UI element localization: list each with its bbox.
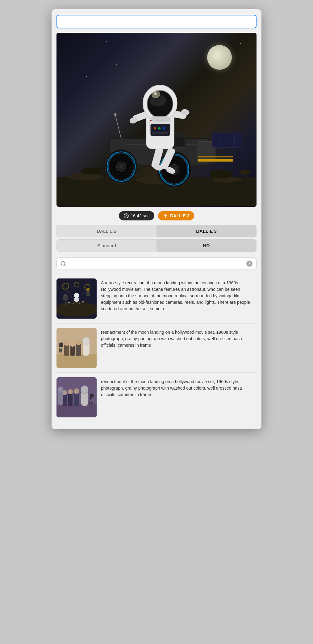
history-item[interactable]: A retro-style recreation of a moon landi… [56, 274, 257, 323]
history-item[interactable]: reenactment of the moon landing on a hol… [56, 324, 257, 373]
svg-point-5 [62, 181, 80, 184]
history-search-container: movie set × [56, 257, 257, 270]
model-toggle-group: DALL·E 2 DALL·E 3 [56, 225, 257, 237]
search-icon [61, 261, 66, 266]
svg-rect-16 [198, 159, 233, 162]
svg-rect-17 [198, 156, 233, 157]
svg-rect-50 [152, 132, 168, 134]
svg-rect-97 [56, 328, 97, 368]
svg-point-78 [79, 303, 80, 304]
svg-line-18 [115, 115, 121, 139]
dalle3-badge[interactable]: DALL·E 3 [158, 211, 194, 220]
hd-toggle-button[interactable]: HD [156, 240, 256, 252]
svg-rect-71 [65, 294, 66, 296]
svg-point-25 [119, 164, 123, 169]
dalle3-toggle-button[interactable]: DALL·E 3 [156, 225, 256, 237]
clear-search-button[interactable]: × [246, 261, 252, 267]
svg-point-9 [239, 170, 251, 175]
svg-point-47 [154, 127, 156, 130]
time-label: 16.42 sec [131, 213, 150, 218]
svg-point-49 [163, 127, 165, 130]
svg-point-69 [74, 293, 79, 298]
svg-line-65 [65, 265, 66, 266]
scene-svg [56, 33, 257, 206]
svg-rect-70 [63, 295, 68, 300]
history-desc-3: reenactment of the moon landing on a hol… [101, 377, 257, 398]
clock-icon [124, 213, 129, 218]
svg-point-19 [114, 113, 117, 116]
main-search-input[interactable]: astronaut riding spacecraft [56, 15, 257, 28]
badges-row: 16.42 sec DALL·E 3 [56, 211, 257, 220]
dalle2-toggle-button[interactable]: DALL·E 2 [57, 225, 156, 237]
app-window: astronaut riding spacecraft [52, 9, 261, 429]
history-item[interactable]: reenactment of the moon landing on a hol… [56, 373, 257, 422]
history-thumb-2 [56, 328, 97, 368]
history-list: A retro-style recreation of a moon landi… [56, 274, 257, 422]
svg-point-67 [56, 302, 97, 317]
svg-rect-114 [56, 377, 97, 417]
dalle3-label: DALL·E 3 [170, 213, 189, 218]
svg-rect-60 [151, 117, 169, 121]
history-desc-2: reenactment of the moon landing on a hol… [101, 328, 257, 349]
svg-point-59 [154, 92, 157, 95]
svg-point-8 [81, 167, 102, 174]
svg-point-6 [232, 181, 246, 184]
time-badge: 16.42 sec [119, 211, 155, 220]
standard-toggle-button[interactable]: Standard [57, 240, 156, 252]
svg-point-7 [210, 169, 233, 178]
svg-point-76 [82, 301, 84, 303]
sparkle-icon [163, 213, 168, 218]
history-search-input[interactable]: movie set [69, 261, 244, 266]
history-thumb-3 [56, 377, 97, 417]
main-generated-image [56, 33, 257, 207]
svg-rect-73 [86, 291, 90, 296]
svg-point-48 [158, 127, 161, 130]
svg-line-63 [126, 216, 127, 216]
svg-point-2 [68, 174, 103, 181]
history-thumb-1 [56, 278, 97, 319]
quality-toggle-group: Standard HD [56, 239, 257, 252]
history-desc-1: A retro-style recreation of a moon landi… [101, 278, 257, 312]
model-toggle-section: DALL·E 2 DALL·E 3 Standard HD [56, 225, 257, 252]
svg-point-75 [68, 302, 70, 303]
svg-point-77 [73, 303, 74, 304]
